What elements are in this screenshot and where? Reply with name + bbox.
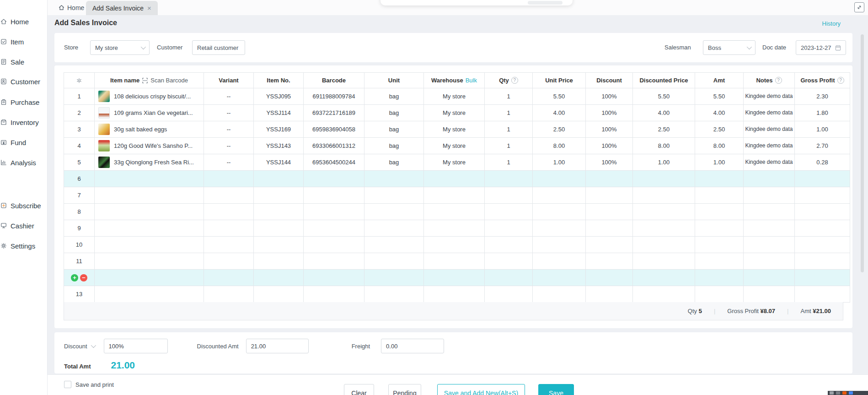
cell-qty[interactable]: 1 [485, 154, 533, 171]
cell-unit_price[interactable] [533, 220, 586, 237]
cell-warehouse[interactable] [424, 237, 485, 253]
cell-item_no[interactable] [254, 220, 304, 237]
cell-qty[interactable] [485, 187, 533, 204]
cell-unit[interactable]: bag [364, 88, 424, 105]
cell-amt[interactable] [695, 204, 744, 220]
cell-no[interactable]: 13 [64, 286, 95, 303]
cell-unit_price[interactable] [533, 204, 586, 220]
cell-amt[interactable]: 8.00 [695, 138, 744, 154]
cell-notes[interactable]: Kingdee demo data [744, 138, 795, 154]
cell-item[interactable] [95, 253, 204, 270]
cell-notes[interactable]: Kingdee demo data [744, 121, 795, 138]
cell-qty[interactable] [485, 237, 533, 253]
sidebar-item-cashier[interactable]: Cashier [0, 220, 48, 232]
cell-discounted_price[interactable] [633, 204, 695, 220]
cell-item_no[interactable]: YSSJ114 [254, 105, 304, 121]
cell-notes[interactable] [744, 220, 795, 237]
cell-qty[interactable] [485, 171, 533, 187]
cell-notes[interactable] [744, 187, 795, 204]
cell-no[interactable]: 1 [64, 88, 95, 105]
cell-gross_profit[interactable] [795, 187, 850, 204]
discount-input[interactable]: 100% [104, 339, 168, 353]
cell-discounted_price[interactable]: 4.00 [633, 105, 695, 121]
sidebar-item-settings[interactable]: Settings [0, 240, 48, 252]
cell-gross_profit[interactable]: 2.70 [795, 138, 850, 154]
cell-discounted_price[interactable] [633, 171, 695, 187]
cell-qty[interactable] [485, 220, 533, 237]
cell-warehouse[interactable]: My store [424, 138, 485, 154]
freight-input[interactable]: 0.00 [381, 339, 444, 353]
cell-warehouse[interactable] [424, 270, 485, 286]
cell-item[interactable] [95, 220, 204, 237]
cell-barcode[interactable]: 6937221716189 [304, 105, 364, 121]
cell-item[interactable] [95, 237, 204, 253]
cell-unit_price[interactable]: 1.00 [533, 154, 586, 171]
column-header-notes[interactable]: Notes? [744, 73, 795, 88]
cell-discount[interactable] [586, 187, 633, 204]
cell-item[interactable]: 108 delicious crispy biscuit/... [95, 88, 204, 105]
cell-item_no[interactable] [254, 171, 304, 187]
cell-warehouse[interactable]: My store [424, 105, 485, 121]
cell-unit_price[interactable] [533, 237, 586, 253]
cell-gross_profit[interactable] [795, 204, 850, 220]
cell-no[interactable]: 4 [64, 138, 95, 154]
cell-discount[interactable] [586, 286, 633, 303]
cell-variant[interactable] [204, 286, 254, 303]
cell-variant[interactable]: -- [204, 154, 254, 171]
discounted-amt-input[interactable]: 21.00 [246, 339, 309, 353]
cell-barcode[interactable] [304, 220, 364, 237]
cell-qty[interactable] [485, 204, 533, 220]
cell-discounted_price[interactable] [633, 220, 695, 237]
cell-notes[interactable]: Kingdee demo data [744, 105, 795, 121]
cell-warehouse[interactable]: My store [424, 154, 485, 171]
store-select[interactable]: My store [90, 40, 150, 55]
cell-no[interactable]: 11 [64, 253, 95, 270]
cell-unit_price[interactable] [533, 270, 586, 286]
cell-amt[interactable] [695, 253, 744, 270]
cell-variant[interactable] [204, 270, 254, 286]
cell-no[interactable]: 3 [64, 121, 95, 138]
cell-item_no[interactable] [254, 286, 304, 303]
cell-unit[interactable]: bag [364, 105, 424, 121]
cell-notes[interactable] [744, 253, 795, 270]
cell-unit[interactable] [364, 171, 424, 187]
save-and-add-new-button[interactable]: Save and Add New(Alt+S) [437, 384, 525, 395]
cell-barcode[interactable] [304, 171, 364, 187]
cell-unit_price[interactable] [533, 253, 586, 270]
cell-gross_profit[interactable]: 1.00 [795, 121, 850, 138]
cell-gross_profit[interactable] [795, 270, 850, 286]
cell-discount[interactable] [586, 270, 633, 286]
cell-unit[interactable] [364, 270, 424, 286]
cell-variant[interactable] [204, 187, 254, 204]
cell-amt[interactable] [695, 286, 744, 303]
cell-barcode[interactable] [304, 237, 364, 253]
cell-notes[interactable]: Kingdee demo data [744, 154, 795, 171]
tab-home[interactable]: Home [58, 0, 84, 15]
cell-unit[interactable]: bag [364, 154, 424, 171]
cell-gross_profit[interactable] [795, 220, 850, 237]
cell-unit[interactable]: bag [364, 121, 424, 138]
cell-item[interactable] [95, 171, 204, 187]
cell-barcode[interactable] [304, 187, 364, 204]
cell-warehouse[interactable] [424, 204, 485, 220]
cell-item[interactable] [95, 204, 204, 220]
cell-barcode[interactable]: 6911988009784 [304, 88, 364, 105]
cell-unit[interactable] [364, 237, 424, 253]
sidebar-item-item[interactable]: Item [0, 36, 48, 48]
cell-item_no[interactable]: YSSJ095 [254, 88, 304, 105]
cell-unit_price[interactable]: 2.50 [533, 121, 586, 138]
help-icon[interactable]: ? [511, 77, 518, 84]
cell-notes[interactable] [744, 204, 795, 220]
cell-notes[interactable]: Kingdee demo data [744, 88, 795, 105]
cell-amt[interactable]: 4.00 [695, 105, 744, 121]
cell-barcode[interactable] [304, 204, 364, 220]
cell-gross_profit[interactable]: 2.30 [795, 88, 850, 105]
cell-barcode[interactable] [304, 286, 364, 303]
cell-qty[interactable] [485, 286, 533, 303]
cell-discounted_price[interactable]: 5.50 [633, 88, 695, 105]
cell-gross_profit[interactable] [795, 237, 850, 253]
cell-amt[interactable]: 5.50 [695, 88, 744, 105]
column-header-no[interactable] [64, 73, 95, 88]
cell-warehouse[interactable]: My store [424, 88, 485, 105]
close-icon[interactable]: × [147, 5, 151, 11]
